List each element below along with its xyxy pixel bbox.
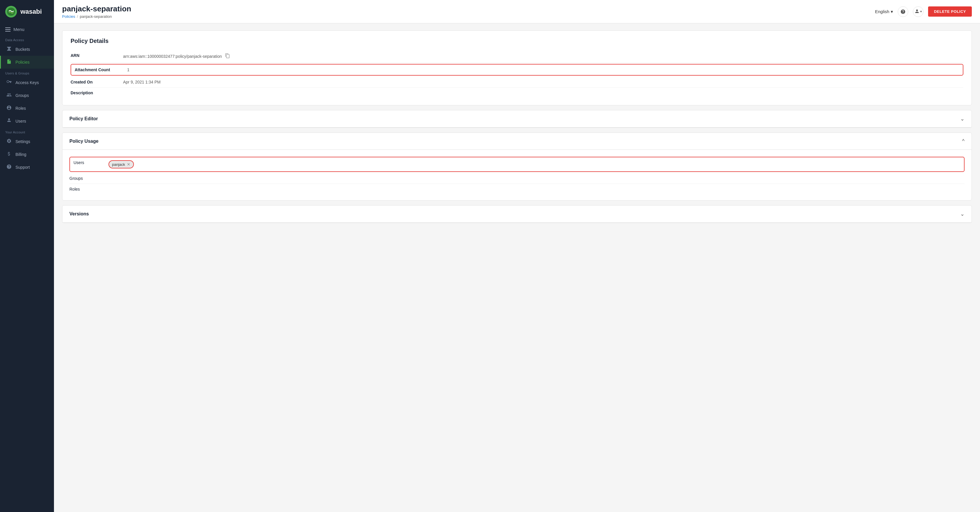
arn-label: ARN — [71, 53, 123, 58]
key-icon — [6, 80, 12, 86]
groups-icon — [6, 92, 12, 99]
copy-icon[interactable] — [225, 53, 230, 59]
user-tag-name: panjack — [112, 162, 125, 167]
policy-editor-chevron-icon: ⌄ — [960, 116, 964, 122]
policy-details-title: Policy Details — [71, 38, 963, 45]
policy-editor-card: Policy Editor ⌄ — [62, 110, 972, 128]
page-body: Policy Details ARN arn:aws:iam::10000003… — [54, 23, 980, 512]
arn-value: arn:aws:iam::100000032477:policy/panjack… — [123, 53, 230, 59]
policy-editor-title: Policy Editor — [69, 116, 98, 121]
policy-usage-body: Users panjack ✕ Groups Roles — [62, 150, 972, 200]
breadcrumb-parent[interactable]: Policies — [62, 14, 75, 19]
menu-label: Menu — [13, 27, 24, 32]
sidebar-item-roles[interactable]: Roles — [0, 102, 54, 115]
usage-roles-row: Roles — [69, 184, 964, 195]
settings-icon — [6, 138, 12, 145]
delete-policy-button[interactable]: DELETE POLICY — [928, 6, 972, 17]
policy-icon — [6, 59, 12, 65]
policy-usage-header[interactable]: Policy Usage ^ — [62, 133, 972, 150]
attachment-count-text: 1 — [127, 67, 129, 72]
attachment-count-value: 1 — [127, 67, 129, 72]
usage-groups-label: Groups — [69, 176, 104, 181]
billing-icon — [6, 151, 12, 158]
created-on-label: Created On — [71, 80, 123, 85]
breadcrumb-current: panjack-separation — [80, 14, 112, 19]
section-label-users-groups: Users & Groups — [0, 69, 54, 76]
chevron-down-icon: ▾ — [920, 10, 922, 13]
user-account-button[interactable]: ▾ — [913, 6, 923, 17]
sidebar-item-support[interactable]: Support — [0, 161, 54, 174]
sidebar-item-users[interactable]: Users — [0, 115, 54, 128]
policy-usage-card: Policy Usage ^ Users panjack ✕ Groups — [62, 132, 972, 201]
chevron-down-icon: ▾ — [891, 9, 893, 14]
header-right: English ▾ ▾ DELETE POLICY — [875, 6, 972, 17]
usage-groups-row: Groups — [69, 173, 964, 184]
page-header: panjack-separation Policies / panjack-se… — [54, 0, 980, 23]
versions-chevron-icon: ⌄ — [960, 211, 964, 217]
language-selector[interactable]: English ▾ — [875, 9, 893, 14]
sidebar-logo: wasabi — [0, 0, 54, 23]
sidebar-item-label: Roles — [16, 106, 26, 111]
policy-usage-title: Policy Usage — [69, 139, 99, 144]
sidebar-item-label: Billing — [16, 152, 26, 157]
bucket-icon — [6, 46, 12, 53]
section-label-your-account: Your Account — [0, 128, 54, 135]
page-title: panjack-separation — [62, 5, 131, 13]
sidebar-item-label: Groups — [16, 93, 29, 98]
logo-text: wasabi — [21, 8, 42, 16]
policy-usage-chevron-icon: ^ — [962, 138, 964, 144]
created-on-row: Created On Apr 9, 2021 1:34 PM — [71, 77, 963, 88]
sidebar-item-buckets[interactable]: Buckets — [0, 43, 54, 56]
sidebar-item-access-keys[interactable]: Access Keys — [0, 76, 54, 89]
sidebar: wasabi Menu Data Access Buckets Policies… — [0, 0, 54, 512]
tag-remove-icon[interactable]: ✕ — [127, 162, 130, 167]
users-icon — [6, 118, 12, 124]
sidebar-item-label: Access Keys — [16, 80, 39, 85]
usage-users-label: Users — [73, 160, 108, 165]
hamburger-icon — [5, 27, 11, 32]
usage-users-row: Users panjack ✕ — [69, 157, 964, 172]
versions-header[interactable]: Versions ⌄ — [62, 206, 972, 223]
attachment-count-row: Attachment Count 1 — [71, 64, 963, 76]
wasabi-logo-icon — [5, 5, 18, 18]
sidebar-item-label: Users — [16, 119, 26, 123]
section-label-data-access: Data Access — [0, 35, 54, 43]
arn-text: arn:aws:iam::100000032477:policy/panjack… — [123, 54, 222, 59]
usage-users-tags: panjack ✕ — [108, 160, 134, 168]
arn-row: ARN arn:aws:iam::100000032477:policy/pan… — [71, 50, 963, 63]
menu-toggle[interactable]: Menu — [0, 23, 54, 35]
sidebar-item-settings[interactable]: Settings — [0, 135, 54, 148]
sidebar-item-label: Settings — [16, 139, 30, 144]
created-on-value: Apr 9, 2021 1:34 PM — [123, 80, 161, 85]
policy-details-card: Policy Details ARN arn:aws:iam::10000003… — [62, 30, 972, 105]
attachment-count-label: Attachment Count — [75, 67, 127, 72]
support-icon — [6, 164, 12, 171]
description-label: Description — [71, 91, 123, 95]
sidebar-item-label: Buckets — [16, 47, 30, 52]
breadcrumb: Policies / panjack-separation — [62, 14, 131, 19]
sidebar-item-label: Policies — [16, 60, 29, 64]
breadcrumb-separator: / — [77, 14, 78, 19]
help-icon — [900, 9, 905, 14]
versions-card: Versions ⌄ — [62, 205, 972, 223]
language-label: English — [875, 9, 889, 14]
sidebar-item-groups[interactable]: Groups — [0, 89, 54, 102]
created-on-text: Apr 9, 2021 1:34 PM — [123, 80, 161, 85]
versions-title: Versions — [69, 211, 89, 217]
user-icon — [915, 9, 920, 14]
sidebar-item-label: Support — [16, 165, 30, 170]
policy-editor-header[interactable]: Policy Editor ⌄ — [62, 110, 972, 128]
header-left: panjack-separation Policies / panjack-se… — [62, 5, 131, 19]
roles-icon — [6, 105, 12, 112]
usage-roles-label: Roles — [69, 187, 104, 191]
description-row: Description — [71, 88, 963, 98]
sidebar-item-billing[interactable]: Billing — [0, 148, 54, 161]
user-tag-panjack[interactable]: panjack ✕ — [108, 160, 134, 168]
help-button[interactable] — [898, 6, 908, 17]
main-content: panjack-separation Policies / panjack-se… — [54, 0, 980, 512]
sidebar-item-policies[interactable]: Policies — [0, 56, 54, 69]
